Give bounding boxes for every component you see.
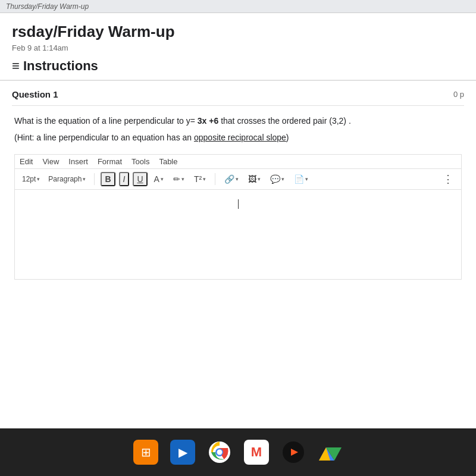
question-section: Question 1 0 p What is the equation of a… <box>0 81 476 280</box>
bold-button[interactable]: B <box>101 172 115 186</box>
page-subtitle: Feb 9 at 1:14am <box>12 43 464 52</box>
font-size-chevron: ▾ <box>37 176 40 182</box>
paragraph-select[interactable]: Paragraph ▾ <box>46 174 88 184</box>
youtube-icon <box>283 441 304 463</box>
drive-icon <box>319 441 342 463</box>
font-color-chevron: ▾ <box>161 176 164 182</box>
hint-prefix: (Hint: a line perpendicular to an equati… <box>14 133 194 142</box>
taskbar-icon-chrome[interactable] <box>207 440 232 465</box>
menu-view[interactable]: View <box>42 157 59 166</box>
toolbar-divider-2 <box>215 173 215 185</box>
document-chevron: ▾ <box>305 176 308 182</box>
taskbar-icon-youtube[interactable] <box>281 440 306 465</box>
top-bar-text: Thursday/Friday Warm-up <box>6 2 89 11</box>
editor-content[interactable] <box>15 190 461 279</box>
highlight-label: ✏ <box>173 174 180 184</box>
taskbar-icon-launcher[interactable]: ⊞ <box>133 440 158 465</box>
page-title: rsday/Friday Warm-up <box>12 23 464 41</box>
comment-label: 💬 <box>270 174 280 184</box>
editor-toolbar: 12pt ▾ Paragraph ▾ B I U A ▾ ✏ ▾ <box>15 169 461 190</box>
hint-link: opposite reciprocal slope <box>194 133 286 142</box>
question-hint: (Hint: a line perpendicular to an equati… <box>12 131 464 144</box>
font-color-button[interactable]: A ▾ <box>151 173 167 185</box>
menu-tools[interactable]: Tools <box>131 157 149 166</box>
more-button[interactable]: ⋮ <box>440 171 456 187</box>
image-label: 🖼 <box>248 174 256 184</box>
highlight-chevron: ▾ <box>181 176 184 182</box>
question-title: Question 1 <box>12 89 58 99</box>
font-size-value: 12pt <box>22 175 36 183</box>
link-label: 🔗 <box>224 174 234 184</box>
top-bar: Thursday/Friday Warm-up <box>0 0 476 13</box>
image-chevron: ▾ <box>258 176 261 182</box>
text-cursor <box>238 199 239 209</box>
question-points: 0 p <box>453 90 464 99</box>
document-label: 📄 <box>294 174 304 184</box>
taskbar-icon-drive[interactable] <box>318 440 343 465</box>
editor-container: Edit View Insert Format Tools Table 12pt… <box>14 154 462 280</box>
taskbar: ⊞ ▶ M <box>0 428 476 476</box>
comment-button[interactable]: 💬 ▾ <box>267 173 287 185</box>
superscript-chevron: ▾ <box>203 176 206 182</box>
toolbar-divider-1 <box>94 173 95 185</box>
editor-menubar: Edit View Insert Format Tools Table <box>15 155 461 169</box>
question-divider <box>12 105 464 106</box>
link-chevron: ▾ <box>236 176 239 182</box>
taskbar-icon-gmail[interactable]: M <box>244 440 269 465</box>
instructions-label: ≡ Instructions <box>12 58 464 74</box>
font-color-label: A <box>154 174 159 184</box>
launcher-icon: ⊞ <box>141 445 151 459</box>
question-text: What is the equation of a line perpendic… <box>12 114 464 127</box>
menu-insert[interactable]: Insert <box>68 157 88 166</box>
menu-table[interactable]: Table <box>159 157 177 166</box>
menu-format[interactable]: Format <box>98 157 122 166</box>
taskbar-icon-playstore[interactable]: ▶ <box>170 440 195 465</box>
font-size-select[interactable]: 12pt ▾ <box>20 174 42 184</box>
playstore-icon: ▶ <box>178 445 187 459</box>
paragraph-value: Paragraph <box>48 175 82 183</box>
superscript-button[interactable]: T² ▾ <box>191 173 209 185</box>
italic-button[interactable]: I <box>119 172 130 186</box>
header-section: rsday/Friday Warm-up Feb 9 at 1:14am ≡ I… <box>0 13 476 80</box>
paragraph-chevron: ▾ <box>83 176 86 182</box>
svg-point-3 <box>217 450 223 455</box>
question-header: Question 1 0 p <box>12 89 464 99</box>
underline-button[interactable]: U <box>133 172 147 186</box>
document-button[interactable]: 📄 ▾ <box>291 173 311 185</box>
highlight-button[interactable]: ✏ ▾ <box>170 173 187 185</box>
gmail-icon: M <box>251 444 262 460</box>
superscript-label: T² <box>194 174 202 184</box>
image-button[interactable]: 🖼 ▾ <box>245 173 264 185</box>
chrome-icon <box>209 441 230 463</box>
main-container: rsday/Friday Warm-up Feb 9 at 1:14am ≡ I… <box>0 13 476 428</box>
hint-suffix: ) <box>286 133 289 142</box>
menu-edit[interactable]: Edit <box>20 157 33 166</box>
link-button[interactable]: 🔗 ▾ <box>221 173 242 185</box>
comment-chevron: ▾ <box>281 176 284 182</box>
